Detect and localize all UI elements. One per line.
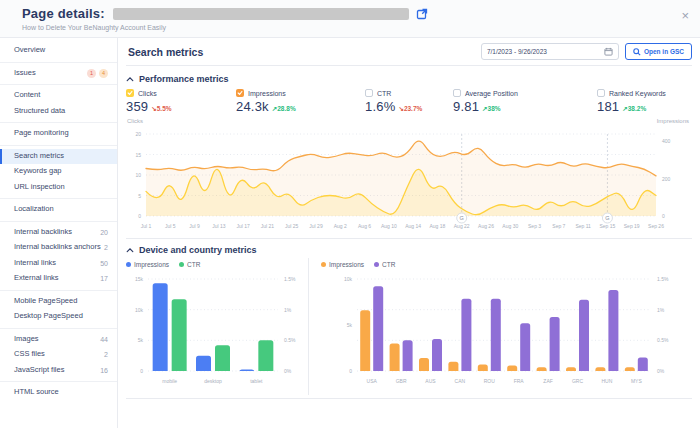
performance-line-chart[interactable]: ClicksImpressions201510504002000Jul 1Jul… — [126, 116, 692, 236]
bar-impressions-mobile[interactable] — [153, 283, 168, 375]
legend-dot-icon — [374, 262, 379, 267]
bar-ctr-mys[interactable] — [638, 358, 648, 375]
svg-text:Impressions: Impressions — [657, 118, 689, 124]
svg-text:GBR: GBR — [396, 378, 407, 384]
bar-ctr-grc[interactable] — [579, 300, 589, 375]
bar-ctr-aus[interactable] — [432, 339, 442, 375]
bar-impressions-zaf[interactable] — [537, 367, 547, 375]
sidebar-item-count: 44 — [100, 336, 108, 343]
metric-clicks: Clicks359↘5.5% — [126, 89, 236, 114]
sidebar-item-content[interactable]: Content — [0, 88, 117, 104]
metric-delta: ↘5.5% — [151, 105, 171, 113]
sidebar-item-structured-data[interactable]: Structured data — [0, 104, 117, 120]
sidebar-item-html-source[interactable]: HTML source — [0, 385, 117, 401]
sidebar-item-external-links[interactable]: External links17 — [0, 271, 117, 287]
svg-text:GRC: GRC — [572, 378, 584, 384]
device-country-toggle[interactable]: Device and country metrics — [126, 238, 692, 257]
country-chart-panel: ImpressionsCTR 1.5%1%0.5%0%10k5k0USAGBRA… — [309, 258, 692, 395]
device-bar-chart[interactable]: 1.5%1%0.5%0%15k10k5k0mobiledesktoptablet — [126, 271, 308, 395]
metric-checkbox-clicks[interactable]: Clicks — [126, 89, 236, 97]
svg-text:1%: 1% — [284, 307, 292, 313]
bar-ctr-rou[interactable] — [491, 299, 501, 375]
bar-impressions-can[interactable] — [448, 362, 458, 375]
bar-ctr-zaf[interactable] — [550, 317, 560, 375]
bar-ctr-mobile[interactable] — [172, 299, 187, 375]
svg-text:0%: 0% — [657, 368, 665, 374]
sidebar-item-overview[interactable]: Overview — [0, 43, 117, 59]
svg-text:Aug 2: Aug 2 — [334, 223, 347, 229]
metric-checkbox-ctr[interactable]: CTR — [365, 89, 453, 97]
metric-checkbox-average-position[interactable]: Average Position — [453, 89, 597, 97]
bar-ctr-gbr[interactable] — [403, 340, 413, 375]
sidebar-item-internal-backlinks[interactable]: Internal backlinks20 — [0, 225, 117, 241]
bar-ctr-desktop[interactable] — [215, 345, 230, 375]
metric-checkbox-impressions[interactable]: Impressions — [236, 89, 365, 97]
sidebar-item-localization[interactable]: Localization — [0, 202, 117, 218]
external-link-icon[interactable] — [416, 8, 428, 20]
bar-impressions-rou[interactable] — [478, 365, 488, 375]
sidebar-item-desktop-pagespeed[interactable]: Desktop PageSpeed — [0, 309, 117, 325]
bar-ctr-tablet[interactable] — [258, 340, 273, 375]
metric-ctr: CTR1.6%↘23.7% — [365, 89, 453, 114]
bar-impressions-desktop[interactable] — [196, 356, 211, 375]
bar-impressions-fra[interactable] — [507, 365, 517, 375]
checkbox-icon[interactable] — [597, 89, 605, 97]
page-title: Page details: — [22, 6, 105, 21]
legend-ctr[interactable]: CTR — [374, 261, 395, 268]
legend-ctr[interactable]: CTR — [179, 261, 200, 268]
bar-impressions-usa[interactable] — [360, 310, 370, 375]
checkbox-icon[interactable] — [126, 89, 134, 97]
metric-delta: ↘23.7% — [398, 105, 422, 113]
svg-text:ROU: ROU — [484, 378, 496, 384]
svg-text:G: G — [460, 215, 464, 221]
bar-ctr-fra[interactable] — [520, 323, 530, 375]
date-range-input[interactable]: 7/1/2023 - 9/26/2023 — [481, 43, 619, 60]
legend-label: CTR — [382, 261, 395, 268]
bar-ctr-usa[interactable] — [373, 286, 383, 375]
bar-impressions-aus[interactable] — [419, 358, 429, 375]
legend-impressions[interactable]: Impressions — [321, 261, 364, 268]
issues-badge: 4 — [99, 69, 108, 78]
sidebar-item-css-files[interactable]: CSS files2 — [0, 347, 117, 363]
sidebar-item-label: Internal backlinks — [14, 226, 100, 239]
sidebar-item-issues[interactable]: Issues14 — [0, 66, 117, 82]
sidebar-item-url-inspection[interactable]: URL inspection — [0, 180, 117, 196]
close-icon[interactable]: × — [681, 9, 689, 22]
sidebar-item-count: 2 — [104, 351, 108, 358]
bar-impressions-mys[interactable] — [625, 367, 635, 375]
svg-text:0%: 0% — [284, 368, 292, 374]
sidebar-item-javascript-files[interactable]: JavaScript files16 — [0, 363, 117, 379]
country-bar-chart[interactable]: 1.5%1%0.5%0%10k5k0USAGBRAUSCANROUFRAZAFG… — [321, 271, 692, 395]
sidebar-item-internal-backlinks-anchors[interactable]: Internal backlinks anchors2 — [0, 240, 117, 256]
sidebar-item-count: 50 — [100, 260, 108, 267]
metric-checkbox-ranked-keywords[interactable]: Ranked Keywords — [597, 89, 692, 97]
sidebar-item-label: Content — [14, 89, 108, 102]
legend-dot-icon — [179, 262, 184, 267]
sidebar-item-images[interactable]: Images44 — [0, 332, 117, 348]
metric-delta: ↗38% — [482, 105, 500, 113]
sidebar-item-page-monitoring[interactable]: Page monitoring — [0, 126, 117, 142]
device-country-section: Device and country metrics ImpressionsCT… — [126, 238, 692, 399]
bar-impressions-gbr[interactable] — [390, 343, 400, 375]
sidebar-item-label: Desktop PageSpeed — [14, 310, 108, 323]
legend-impressions[interactable]: Impressions — [126, 261, 169, 268]
sidebar-item-search-metrics[interactable]: Search metrics — [0, 149, 117, 165]
google-update-marker[interactable]: G — [457, 213, 467, 223]
sidebar-item-mobile-pagespeed[interactable]: Mobile PageSpeed — [0, 294, 117, 310]
bar-ctr-can[interactable] — [461, 299, 471, 375]
sidebar-item-label: Search metrics — [14, 150, 108, 163]
bar-ctr-hun[interactable] — [608, 290, 618, 375]
metric-label: CTR — [377, 90, 391, 97]
bar-impressions-tablet[interactable] — [239, 369, 254, 375]
checkbox-icon[interactable] — [236, 89, 244, 97]
sidebar-item-keywords-gap[interactable]: Keywords gap — [0, 164, 117, 180]
performance-metrics-toggle[interactable]: Performance metrics — [126, 71, 692, 86]
open-in-gsc-button[interactable]: Open in GSC — [625, 43, 692, 60]
bar-impressions-hun[interactable] — [595, 367, 605, 375]
svg-text:Aug 26: Aug 26 — [478, 223, 494, 229]
sidebar-item-internal-links[interactable]: Internal links50 — [0, 256, 117, 272]
checkbox-icon[interactable] — [453, 89, 461, 97]
checkbox-icon[interactable] — [365, 89, 373, 97]
google-update-marker[interactable]: G — [602, 213, 612, 223]
svg-text:Aug 18: Aug 18 — [429, 223, 445, 229]
